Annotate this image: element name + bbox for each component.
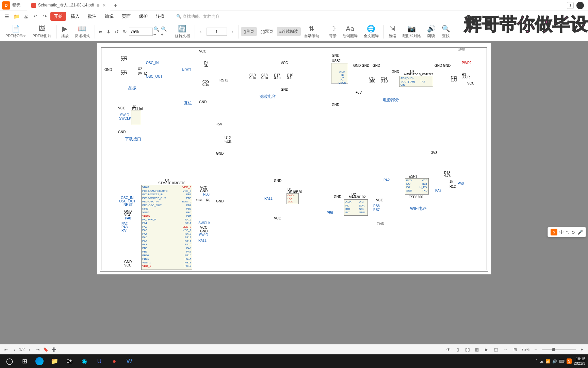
find-button[interactable]: 🔍查找 (439, 24, 453, 39)
pdf-to-office-button[interactable]: 📄PDF转Office (3, 24, 29, 39)
clock[interactable]: 18:15 2021/3 (574, 357, 585, 366)
pin: GND (406, 189, 412, 192)
task-view-button[interactable]: ⊞ (18, 354, 31, 368)
page-input[interactable] (207, 28, 227, 36)
view-single-icon[interactable]: ▯ (455, 346, 461, 353)
zoom-select[interactable] (129, 28, 153, 36)
redo-icon[interactable]: ↷ (41, 12, 49, 20)
tab-page[interactable]: 页面 (118, 12, 134, 21)
undo-icon[interactable]: ↶ (31, 12, 39, 20)
last-page-button[interactable]: ⇥ (34, 346, 41, 353)
dict-button[interactable]: Aa划词翻译 (340, 24, 360, 39)
first-page-button[interactable]: ⇤ (3, 346, 10, 353)
document-viewport[interactable]: C22 22P OSC_IN C21 22P X2 8MHZ OSC_OUT G… (0, 41, 588, 358)
rotate-right-icon[interactable]: ↻ (121, 28, 128, 35)
bookmark-add-icon[interactable]: ➕ (51, 346, 58, 353)
rotate-doc-button[interactable]: 🔄旋转文档 (172, 24, 193, 39)
view-grid-icon[interactable]: ▦ (474, 346, 480, 353)
background-button[interactable]: ☽背景 (326, 24, 339, 39)
ime-badge[interactable]: S (567, 358, 572, 364)
label: GND (281, 88, 288, 91)
next-page-button[interactable]: › (228, 28, 236, 36)
tray-up-icon[interactable]: ˄ (536, 359, 538, 364)
tray-volume-icon[interactable]: 🔊 (552, 359, 557, 364)
tray-keyboard-icon[interactable]: ⌨ (559, 359, 565, 364)
explorer-icon[interactable]: 📁 (48, 354, 61, 368)
user-avatar[interactable] (576, 2, 584, 9)
tab-start[interactable]: 开始 (50, 12, 66, 21)
single-page-button[interactable]: ▯ 单页 (241, 27, 257, 36)
tab-convert[interactable]: 转换 (152, 12, 168, 21)
section-title: 晶振 (128, 85, 136, 91)
header (131, 110, 141, 125)
app-icon-2[interactable]: U (93, 354, 106, 368)
close-icon[interactable]: ✕ (102, 3, 106, 8)
play-button[interactable]: ▶播放 (59, 24, 71, 39)
net: PA11 (264, 197, 273, 200)
width-icon[interactable]: ↔ (502, 346, 509, 353)
store-icon[interactable]: 🛍 (63, 354, 76, 368)
edge-icon[interactable] (33, 354, 46, 368)
search-placeholder: 查找功能、文档内容 (183, 14, 219, 19)
menu-icon[interactable]: ☰ (3, 12, 11, 20)
app-icon[interactable]: ◉ (78, 354, 91, 368)
view-double-icon[interactable]: ▯▯ (464, 346, 471, 353)
search-box[interactable]: 🔍 查找功能、文档内容 (176, 14, 219, 19)
label: GND (377, 222, 384, 226)
zoom-in-button[interactable]: + (578, 346, 585, 353)
record-icon[interactable]: ● (108, 354, 121, 368)
tray-cloud-icon[interactable]: ☁ (540, 359, 543, 364)
label: 10U (369, 79, 375, 83)
label: GND (118, 130, 126, 134)
fit-width-icon[interactable]: ⬌ (97, 28, 104, 35)
rotate-left-icon[interactable]: ↺ (113, 28, 120, 35)
prev-page-button[interactable]: ‹ (11, 346, 18, 353)
fulltext-button[interactable]: 🌐全文翻译 (361, 24, 381, 39)
new-tab-button[interactable]: + (110, 2, 121, 9)
pdf-to-image-button[interactable]: 🖼PDF转图片 (30, 24, 54, 39)
pin: IO2 (406, 186, 410, 189)
ime-toolbar[interactable]: S 中 °, ☺ 🎤 (548, 227, 586, 237)
read-aloud-button[interactable]: 🔊朗读 (424, 24, 438, 39)
fit-icon[interactable]: ⬚ (493, 346, 500, 353)
auto-scroll-button[interactable]: ⇅自动滚动 (301, 24, 322, 39)
label: VCC (274, 216, 281, 220)
print-icon[interactable]: 🖨 (22, 12, 30, 20)
wps-icon[interactable]: W (122, 354, 136, 368)
zoom-slider[interactable] (542, 349, 576, 350)
ime-emoji-icon[interactable]: ☺ (571, 230, 575, 235)
tab-protect[interactable]: 保护 (135, 12, 151, 21)
prev-page-button[interactable]: ‹ (197, 28, 205, 36)
layout-icon[interactable]: ⊞ (512, 346, 519, 353)
fit-page-icon[interactable]: ⬍ (105, 28, 112, 35)
window-mode-icon[interactable]: 1 (567, 2, 574, 9)
pin-icon[interactable]: ⊕ (96, 3, 100, 8)
ime-punct-icon[interactable]: °, (566, 230, 569, 235)
tray-wifi-icon[interactable]: 📶 (545, 359, 550, 364)
compress-button[interactable]: ⇲压缩 (386, 24, 399, 39)
double-page-button[interactable]: ▯▯ 双页 (258, 27, 276, 36)
read-mode-button[interactable]: 📖阅读模式 (72, 24, 93, 39)
zoom-out-button[interactable]: − (532, 346, 539, 353)
tab-insert[interactable]: 插入 (67, 12, 83, 21)
ime-mic-icon[interactable]: 🎤 (577, 230, 583, 235)
bookmark-icon[interactable]: 🔖 (43, 346, 49, 353)
open-icon[interactable]: 📁 (12, 12, 20, 20)
document-tab[interactable]: Schematic_老人...21-03-14.pdf ⊕ ✕ (27, 0, 110, 11)
tab-annotate[interactable]: 批注 (84, 12, 100, 21)
play-icon[interactable]: ▶ (483, 346, 490, 353)
tab-edit[interactable]: 编辑 (101, 12, 117, 21)
start-button[interactable]: ◯ (3, 354, 16, 368)
label: VCC (118, 106, 125, 110)
zoom-out-icon[interactable]: 🔍− (153, 28, 160, 35)
screenshot-button[interactable]: 📷截图和对比 (399, 24, 424, 39)
continuous-button[interactable]: ≡ 连续阅读 (277, 27, 301, 36)
pdf-page: C22 22P OSC_IN C21 22P X2 8MHZ OSC_OUT G… (97, 43, 491, 275)
zoom-in-icon[interactable]: 🔍+ (161, 28, 168, 35)
pin: IO0 (406, 182, 410, 185)
label: USB2 (332, 59, 341, 63)
ime-lang[interactable]: 中 (559, 229, 564, 235)
eye-icon[interactable]: 👁 (445, 346, 452, 353)
label: VCC (281, 61, 288, 65)
next-page-button[interactable]: › (26, 346, 33, 353)
